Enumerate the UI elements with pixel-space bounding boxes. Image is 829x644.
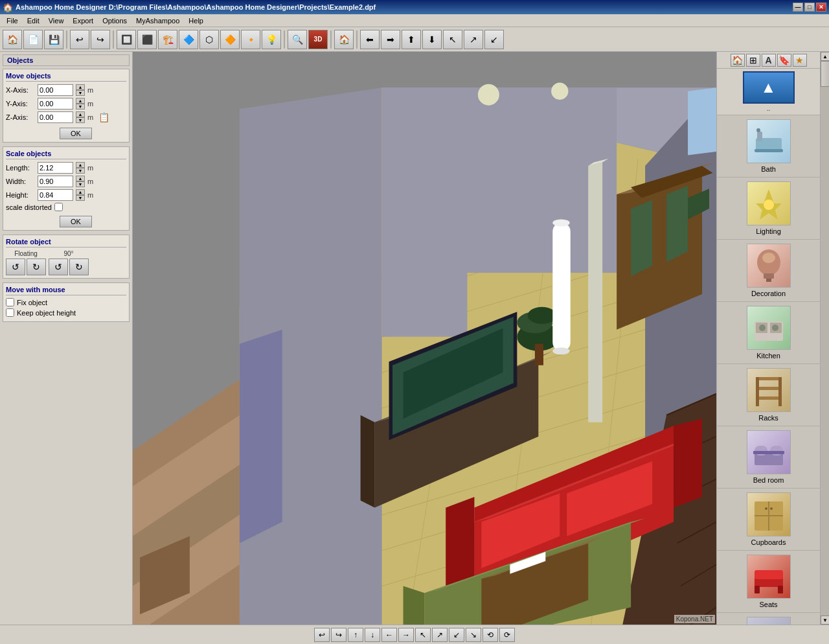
nav-arrow-down[interactable]: ↓	[365, 628, 380, 642]
toolbar-btn-undo[interactable]: ↩	[70, 30, 89, 49]
length-input[interactable]	[38, 162, 73, 174]
z-axis-up[interactable]: ▲	[76, 111, 85, 117]
up-navigate-button[interactable]: ▲	[743, 71, 795, 104]
category-item-seats[interactable]: Seats	[717, 551, 820, 613]
close-button[interactable]: ✕	[816, 3, 826, 12]
nav-grid-btn[interactable]: ⊞	[746, 54, 760, 67]
toolbar-btn-redo[interactable]: ↪	[91, 30, 110, 49]
rotate-90-cw-btn[interactable]: ↻	[69, 259, 89, 275]
y-axis-input[interactable]	[38, 98, 73, 109]
category-item-bath[interactable]: Bath	[717, 115, 820, 178]
scroll-up-btn[interactable]: ▲	[821, 52, 829, 61]
y-axis-down[interactable]: ▼	[76, 104, 85, 109]
length-down[interactable]: ▼	[76, 168, 85, 174]
category-item-racks[interactable]: Racks	[717, 364, 820, 426]
rotate-90-ccw-btn[interactable]: ↺	[49, 259, 68, 275]
height-down[interactable]: ▼	[76, 195, 85, 201]
toolbar-btn-10[interactable]: 🔸	[241, 30, 260, 49]
z-axis-icon[interactable]: 📋	[98, 112, 109, 122]
category-item-decoration[interactable]: Decoration	[717, 240, 820, 302]
scroll-down-btn[interactable]: ▼	[821, 615, 829, 625]
move-ok-button[interactable]: OK	[60, 128, 92, 139]
y-axis-spinner[interactable]: ▲ ▼	[76, 98, 85, 109]
nav-arrow-ur[interactable]: ↗	[432, 628, 448, 642]
nav-arrow-ul[interactable]: ↖	[415, 628, 431, 642]
toolbar-btn-floor[interactable]: 🏠	[334, 30, 354, 49]
toolbar-btn-nav5[interactable]: ↖	[443, 30, 462, 49]
rotate-ccw-btn[interactable]: ↺	[6, 259, 25, 275]
x-axis-spinner[interactable]: ▲ ▼	[76, 84, 85, 96]
toolbar-btn-nav6[interactable]: ↗	[464, 30, 483, 49]
width-down[interactable]: ▼	[76, 181, 85, 187]
nav-folder-btn[interactable]: 🏠	[731, 54, 745, 67]
nav-rotate-cw[interactable]: ⟳	[499, 628, 515, 642]
category-item-cupboards[interactable]: Cupboards	[717, 489, 820, 551]
nav-star-btn[interactable]: ★	[793, 54, 807, 67]
toolbar-btn-5[interactable]: ⬛	[137, 30, 157, 49]
rotate-cw-btn[interactable]: ↻	[27, 259, 46, 275]
nav-arrow-up[interactable]: ↑	[348, 628, 363, 642]
y-axis-up[interactable]: ▲	[76, 98, 85, 104]
menu-item-options[interactable]: Options	[98, 16, 131, 26]
nav-arrow-dr[interactable]: ↘	[466, 628, 481, 642]
toolbar-btn-3[interactable]: 💾	[44, 30, 63, 49]
category-item-misc[interactable]: Misc	[717, 613, 820, 625]
toolbar-btn-nav1[interactable]: ⬅	[360, 30, 380, 49]
width-up[interactable]: ▲	[76, 176, 85, 181]
toolbar-btn-9[interactable]: 🔶	[220, 30, 240, 49]
nav-arrow-2[interactable]: ↪	[331, 628, 346, 642]
toolbar-btn-3d[interactable]: 3D	[308, 30, 328, 49]
toolbar-btn-nav7[interactable]: ↙	[484, 30, 504, 49]
height-input[interactable]	[38, 189, 73, 201]
length-spinner[interactable]: ▲ ▼	[76, 162, 85, 174]
x-axis-input[interactable]	[38, 84, 73, 96]
canvas-area[interactable]: Kopona.NET	[133, 52, 716, 625]
width-spinner[interactable]: ▲ ▼	[76, 176, 85, 187]
category-item-kitchen[interactable]: Kitchen	[717, 302, 820, 364]
nav-bookmark-btn[interactable]: 🔖	[777, 54, 791, 67]
toolbar-btn-search[interactable]: 🔍	[288, 30, 307, 49]
menu-item-view[interactable]: View	[45, 16, 68, 26]
minimize-button[interactable]: —	[793, 3, 803, 12]
toolbar-btn-2[interactable]: 📄	[23, 30, 43, 49]
toolbar-btn-8[interactable]: ⬡	[199, 30, 219, 49]
length-up[interactable]: ▲	[76, 162, 85, 168]
x-axis-up[interactable]: ▲	[76, 84, 85, 90]
keep-height-checkbox[interactable]	[6, 308, 14, 317]
menu-item-file[interactable]: File	[3, 16, 22, 26]
toolbar-btn-nav4[interactable]: ⬇	[422, 30, 442, 49]
scroll-thumb[interactable]	[821, 61, 829, 87]
nav-arrow-dl[interactable]: ↙	[449, 628, 464, 642]
menu-item-help[interactable]: Help	[185, 16, 207, 26]
z-axis-down[interactable]: ▼	[76, 117, 85, 123]
maximize-button[interactable]: □	[804, 3, 815, 12]
scale-ok-button[interactable]: OK	[60, 216, 92, 227]
toolbar-btn-4[interactable]: 🔲	[117, 30, 136, 49]
menu-item-edit[interactable]: Edit	[23, 16, 43, 26]
category-item-lighting[interactable]: Lighting	[717, 178, 820, 240]
toolbar-btn-6[interactable]: 🏗️	[158, 30, 177, 49]
width-input[interactable]	[38, 176, 73, 187]
height-spinner[interactable]: ▲ ▼	[76, 189, 85, 201]
height-up[interactable]: ▲	[76, 189, 85, 195]
toolbar-btn-7[interactable]: 🔷	[179, 30, 198, 49]
menu-item-myashampoo[interactable]: MyAshampoo	[132, 16, 183, 26]
scale-distorted-checkbox[interactable]	[54, 203, 63, 211]
toolbar-btn-nav3[interactable]: ⬆	[402, 30, 421, 49]
toolbar-btn-nav2[interactable]: ➡	[381, 30, 400, 49]
nav-arrow-left[interactable]: ←	[381, 628, 397, 642]
toolbar-btn-11[interactable]: 💡	[262, 30, 281, 49]
nav-arrow-1[interactable]: ↩	[314, 628, 330, 642]
toolbar-btn-1[interactable]: 🏠	[3, 30, 22, 49]
nav-arrow-right[interactable]: →	[398, 628, 414, 642]
nav-abc-btn[interactable]: A	[762, 54, 776, 67]
z-axis-input[interactable]	[38, 111, 73, 123]
z-axis-spinner[interactable]: ▲ ▼	[76, 111, 85, 123]
category-item-bedroom[interactable]: Bed room	[717, 426, 820, 489]
menu-item-export[interactable]: Export	[69, 16, 97, 26]
fix-object-checkbox[interactable]	[6, 298, 14, 306]
category-icon-misc	[747, 617, 791, 625]
x-axis-down[interactable]: ▼	[76, 90, 85, 96]
nav-rotate-ccw[interactable]: ⟲	[483, 628, 498, 642]
scroll-track[interactable]	[821, 61, 829, 615]
